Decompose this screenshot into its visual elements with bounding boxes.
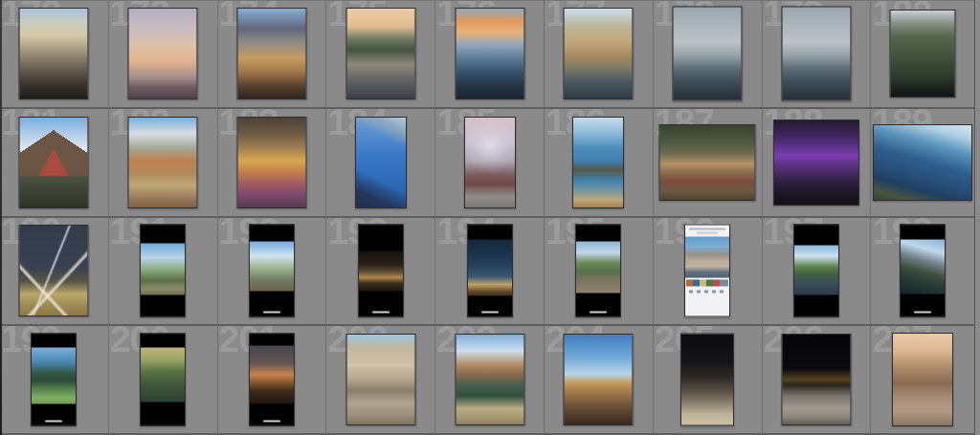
screenshot-photo-band (901, 239, 945, 294)
photo-cell-203[interactable]: 203 (435, 326, 545, 435)
screenshot-photo-band (250, 241, 294, 291)
dusk-alley-wall-thumbnail[interactable] (892, 333, 953, 426)
screenshot-photo-band (141, 244, 185, 294)
screenshot-photo-band (141, 348, 185, 402)
home-indicator-bar (45, 421, 62, 423)
photo-cell-191[interactable]: 191 (109, 218, 218, 327)
screenshot-photo-band (576, 241, 620, 293)
car-under-glass-canopy-thumbnail[interactable] (355, 117, 407, 208)
photo-cell-182[interactable]: 182 (109, 109, 218, 218)
photo-cell-206[interactable]: 206 (763, 326, 872, 435)
photo-cell-193[interactable]: 193 (326, 218, 435, 327)
screenshot-photo-band (685, 236, 729, 278)
nativity-garden-display-thumbnail[interactable] (659, 124, 756, 201)
home-indicator-bar (263, 421, 280, 423)
screenshot-header-lines (689, 228, 725, 230)
screenshot-photo-band (32, 348, 76, 404)
santana-thatched-house-thumbnail[interactable] (19, 117, 89, 208)
porto-street-tram-thumbnail[interactable] (345, 334, 415, 425)
grid-top-border (0, 0, 980, 1)
photo-cell-190[interactable]: 190 (0, 218, 109, 327)
night-road-blur-thumbnail[interactable] (781, 334, 851, 425)
screenshot-photo-band (468, 239, 512, 295)
cliff-over-beach-village-thumbnail[interactable] (564, 8, 634, 99)
photo-cell-181[interactable]: 181 (0, 109, 109, 218)
thumbnail-grid: 1721731741751761771781791801811821831841… (0, 0, 975, 435)
photo-cell-194[interactable]: 194 (435, 218, 545, 327)
coastal-aerial-view-thumbnail[interactable] (873, 124, 972, 201)
boardwalk-perspective-thumbnail[interactable] (564, 334, 634, 425)
photo-cell-174[interactable]: 174 (218, 0, 327, 109)
photo-cell-184[interactable]: 184 (326, 109, 435, 218)
fruit-market-stall-thumbnail[interactable] (236, 117, 306, 208)
photo-cell-178[interactable]: 178 (654, 0, 763, 109)
photo-cell-195[interactable]: 195 (545, 218, 654, 327)
night-gravel-parking-thumbnail[interactable] (680, 334, 734, 426)
home-indicator-bar (914, 312, 931, 314)
home-indicator-bar (590, 312, 607, 314)
photo-cell-207[interactable]: 207 (871, 326, 975, 435)
screenshot-night-coast-thumbnail[interactable] (467, 225, 513, 317)
home-indicator-bar (481, 312, 499, 314)
photo-cell-175[interactable]: 175 (326, 0, 435, 109)
christ-statue-sunset-thumbnail[interactable] (128, 8, 198, 99)
foggy-coast-rainbow-thumbnail[interactable] (673, 6, 743, 100)
photo-cell-192[interactable]: 192 (218, 218, 327, 327)
screenshot-photo-band (359, 250, 403, 291)
photo-cell-198[interactable]: 198 (871, 218, 975, 327)
photo-cell-185[interactable]: 185 (435, 109, 545, 218)
photo-cell-179[interactable]: 179 (763, 0, 872, 109)
photo-cell-172[interactable]: 172 (0, 0, 109, 109)
island-aerial-view-thumbnail[interactable] (572, 117, 624, 208)
photo-cell-180[interactable]: 180 (871, 0, 975, 109)
hillside-town-golden-hour-thumbnail[interactable] (236, 8, 306, 99)
photo-cell-196[interactable]: 196 (654, 218, 763, 327)
screenshot-instagram-post-thumbnail[interactable] (684, 225, 730, 317)
screenshot-harbor-mountain-thumbnail[interactable] (793, 225, 839, 317)
photo-cell-201[interactable]: 201 (218, 326, 327, 435)
screenshot-green-cliffs-coast-thumbnail[interactable] (31, 334, 77, 426)
photo-cell-187[interactable]: 187 (654, 109, 763, 218)
photo-cell-183[interactable]: 183 (218, 109, 327, 218)
home-indicator-bar (372, 312, 390, 314)
photo-cell-173[interactable]: 173 (109, 0, 218, 109)
screenshot-palm-town-view-thumbnail[interactable] (140, 225, 186, 317)
screenshot-mountain-road-thumbnail[interactable] (575, 225, 621, 317)
screenshot-mountain-valley-thumbnail[interactable] (140, 334, 186, 426)
snowflake-light-decorations-thumbnail[interactable] (19, 225, 89, 316)
pier-silhouette-sunset-thumbnail[interactable] (455, 8, 524, 99)
night-street-purple-lights-thumbnail[interactable] (773, 120, 859, 206)
coastal-village-cliff-sunset-thumbnail[interactable] (345, 8, 415, 99)
photo-cell-189[interactable]: 189 (871, 109, 975, 218)
ferris-wheel-string-lights-thumbnail[interactable] (464, 117, 516, 208)
photo-cell-204[interactable]: 204 (545, 326, 654, 435)
photo-cell-186[interactable]: 186 (545, 109, 654, 218)
town-rooftops-thumbnail[interactable] (128, 117, 198, 208)
screenshot-action-icons (689, 290, 725, 293)
left-panel-edge (0, 0, 2, 435)
foggy-coast-rainbow-2-thumbnail[interactable] (781, 6, 851, 100)
photo-cell-188[interactable]: 188 (763, 109, 872, 218)
photo-cell-197[interactable]: 197 (763, 218, 872, 327)
screenshot-sky-hillside-thumbnail[interactable] (249, 225, 295, 317)
photo-cell-177[interactable]: 177 (545, 0, 654, 109)
scrollbar-gutter[interactable] (974, 0, 980, 435)
screenshot-thumbnail-strip (686, 280, 728, 287)
home-indicator-bar (263, 312, 280, 314)
photo-cell-176[interactable]: 176 (435, 0, 545, 109)
douro-river-city-view-thumbnail[interactable] (455, 334, 524, 425)
photo-cell-200[interactable]: 200 (109, 326, 218, 435)
screenshot-photo-band (794, 246, 838, 294)
terraced-green-hillside-thumbnail[interactable] (890, 10, 956, 98)
alley-stream-old-town-thumbnail[interactable] (19, 8, 89, 99)
photo-cell-199[interactable]: 199 (0, 326, 109, 435)
screenshot-sunset-ridge-thumbnail[interactable] (249, 334, 295, 426)
photo-cell-202[interactable]: 202 (326, 326, 435, 435)
screenshot-night-fireworks-thumbnail[interactable] (358, 225, 404, 317)
screenshot-cliff-bridge-thumbnail[interactable] (900, 225, 946, 317)
photo-cell-205[interactable]: 205 (654, 326, 763, 435)
screenshot-photo-band (250, 346, 294, 404)
